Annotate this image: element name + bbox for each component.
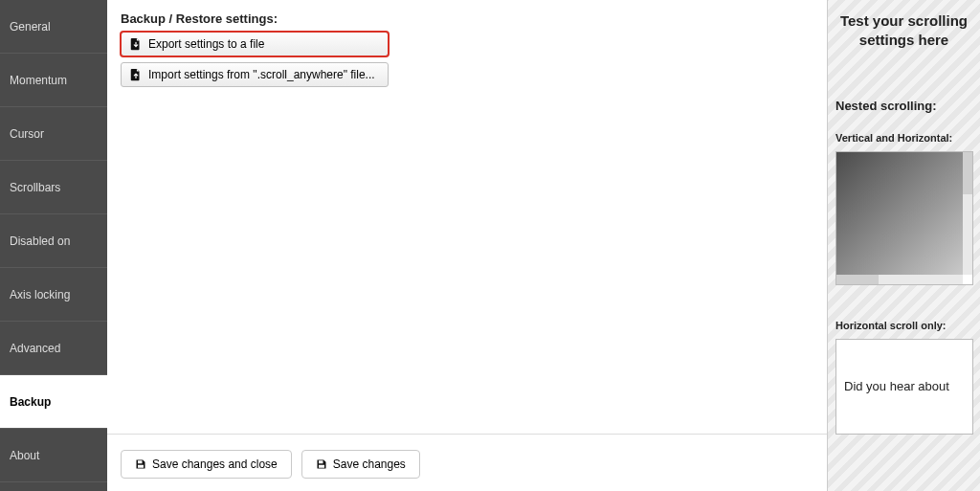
import-button-label: Import settings from ".scroll_anywhere" … [148,68,375,81]
sidebar: General Momentum Cursor Scrollbars Disab… [0,0,107,491]
sidebar-item-label: Axis locking [10,288,70,301]
sidebar-item-label: Cursor [10,127,44,141]
horizontal-scroll-box[interactable]: Did you hear about [835,339,973,435]
save-icon [135,458,146,470]
main-content: Backup / Restore settings: Export settin… [107,0,827,491]
section-title: Backup / Restore settings: [121,11,813,26]
horizontal-scrollbar-thumb[interactable] [836,275,879,284]
svg-rect-2 [319,460,323,463]
hscroll-label: Horizontal scroll only: [835,320,972,331]
svg-rect-1 [138,465,144,468]
save-icon [316,458,327,470]
sidebar-item-label: About [10,449,39,462]
sidebar-item-label: General [10,20,51,33]
save-button[interactable]: Save changes [301,450,420,479]
export-settings-button[interactable]: Export settings to a file [121,32,389,56]
sidebar-item-disabled-on[interactable]: Disabled on [0,214,107,268]
test-panel: Test your scrolling settings here Nested… [827,0,980,491]
nested-scroll-box[interactable] [835,151,973,285]
backup-section: Backup / Restore settings: Export settin… [107,0,827,434]
sidebar-item-label: Backup [10,395,51,409]
export-button-label: Export settings to a file [148,37,264,51]
nested-scrolling-heading: Nested scrolling: [835,99,972,113]
hscroll-text: Did you hear about [844,379,949,393]
save-label: Save changes [333,458,406,471]
save-close-label: Save changes and close [152,458,278,471]
sidebar-item-label: Momentum [10,74,67,87]
sidebar-item-scrollbars[interactable]: Scrollbars [0,161,107,214]
sidebar-item-label: Disabled on [10,234,70,248]
footer: Save changes and close Save changes [107,434,827,491]
svg-rect-0 [138,460,143,463]
test-panel-title: Test your scrolling settings here [835,11,972,51]
save-and-close-button[interactable]: Save changes and close [121,450,292,479]
sidebar-item-cursor[interactable]: Cursor [0,107,107,161]
sidebar-item-label: Advanced [10,342,60,355]
import-settings-button[interactable]: Import settings from ".scroll_anywhere" … [121,62,389,87]
vertical-scrollbar-thumb[interactable] [963,152,972,194]
sidebar-item-about[interactable]: About [0,429,107,482]
sidebar-item-label: Scrollbars [10,181,60,194]
export-icon [129,37,143,51]
import-icon [129,68,143,81]
sidebar-item-axis-locking[interactable]: Axis locking [0,268,107,322]
svg-rect-3 [319,465,324,468]
sidebar-item-general[interactable]: General [0,0,107,54]
nested-scrolling-label: Vertical and Horizontal: [835,132,972,144]
sidebar-item-backup[interactable]: Backup [0,375,107,429]
sidebar-item-advanced[interactable]: Advanced [0,322,107,375]
sidebar-item-momentum[interactable]: Momentum [0,54,107,107]
nested-scroll-content [836,152,963,275]
